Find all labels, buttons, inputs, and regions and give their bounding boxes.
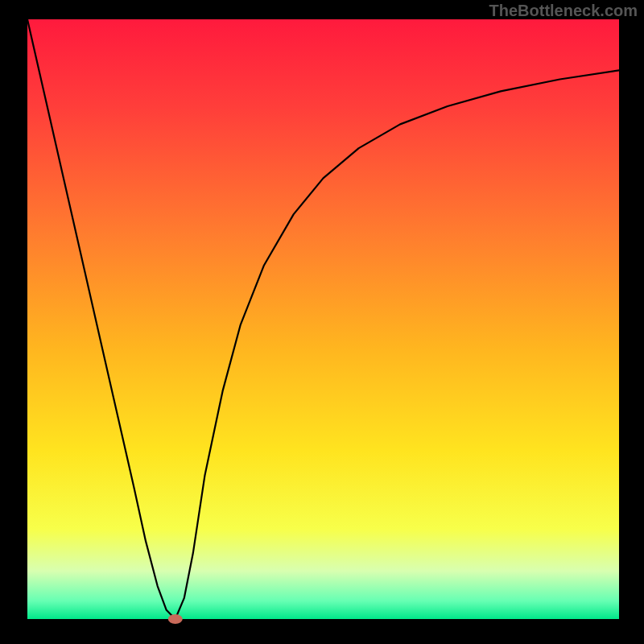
optimal-point-marker	[168, 614, 183, 624]
chart-frame: TheBottleneck.com	[0, 0, 644, 644]
plot-background	[27, 19, 619, 619]
watermark-text: TheBottleneck.com	[489, 2, 638, 20]
bottleneck-chart	[0, 0, 644, 644]
